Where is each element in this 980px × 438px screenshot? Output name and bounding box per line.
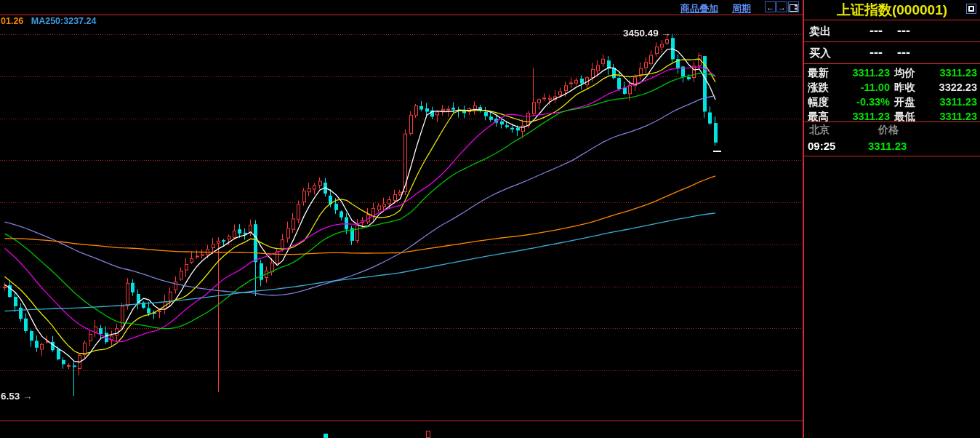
- sell-volume-value: ---: [897, 20, 910, 41]
- scroll-left-arrow-icon[interactable]: ←: [765, 1, 776, 12]
- instrument-title: 上证指数(000001): [804, 0, 980, 20]
- buy-label: 买入: [809, 42, 831, 63]
- ma-value-labels: 01.26 MA250:3237.24: [1, 16, 96, 26]
- sell-row: 卖出 --- ---: [804, 20, 980, 42]
- overlay-instrument-link[interactable]: 商品叠加: [680, 2, 718, 15]
- tick-header-exchange: 北京: [809, 122, 830, 137]
- tick-header: 北京 价格: [804, 122, 980, 137]
- tick-header-price: 价格: [878, 122, 899, 137]
- high-arrow-icon: →: [662, 28, 672, 39]
- buy-price-value: ---: [869, 42, 883, 63]
- stat-value: 3311.23: [832, 65, 890, 80]
- stat-label: 最新: [808, 65, 829, 80]
- sell-label: 卖出: [809, 20, 831, 41]
- low-price-annotation: 6.53 →: [1, 391, 33, 402]
- stat-value: -11.00: [832, 80, 890, 95]
- stat-label: 均价: [894, 65, 915, 80]
- tick-time: 09:25: [808, 138, 835, 155]
- low-price-label: 6.53: [1, 391, 20, 402]
- tick-price: 3311.23: [868, 138, 907, 155]
- scroll-right-arrow-icon[interactable]: →: [776, 1, 787, 12]
- tick-row[interactable]: 09:25 3311.23: [804, 138, 980, 155]
- stats-row: 涨跌 -11.00 昨收 3322.23: [804, 80, 980, 95]
- high-price-label: 3450.49: [623, 28, 659, 39]
- quote-panel: 上证指数(000001) 卖出 --- --- 买入 --- --- 最新 33…: [803, 0, 980, 438]
- restore-window-icon[interactable]: [966, 4, 976, 14]
- ma250-label: MA250:3237.24: [31, 16, 97, 26]
- panel-divider: [804, 156, 980, 156]
- stat-label: 开盘: [894, 95, 915, 109]
- period-link[interactable]: 周期: [732, 2, 751, 15]
- stats-row: 最新 3311.23 均价 3311.23: [804, 65, 980, 80]
- stats-row: 幅度 -0.33% 开盘 3311.23: [804, 95, 980, 109]
- kline-chart-canvas[interactable]: [0, 0, 803, 438]
- stat-label: 涨跌: [808, 80, 829, 95]
- stat-value: 3311.23: [919, 65, 977, 80]
- trading-terminal: 商品叠加 周期 ← → 01.26 MA250:3237.24 3450.49 …: [0, 0, 980, 438]
- ma120-partial-label: 01.26: [1, 16, 23, 26]
- buy-volume-value: ---: [897, 42, 910, 63]
- low-arrow-icon: →: [23, 391, 33, 402]
- sell-price-value: ---: [869, 20, 883, 41]
- stat-label: 昨收: [894, 80, 915, 95]
- stat-value: 3322.23: [919, 80, 977, 95]
- stat-label: 幅度: [808, 95, 829, 109]
- stat-value: 3311.23: [919, 95, 977, 109]
- tile-view-icon[interactable]: [788, 1, 799, 12]
- buy-row: 买入 --- ---: [804, 42, 980, 64]
- stat-value: -0.33%: [832, 95, 890, 109]
- high-price-annotation: 3450.49 →: [623, 28, 671, 39]
- toolbar-buttons: ← →: [765, 1, 799, 12]
